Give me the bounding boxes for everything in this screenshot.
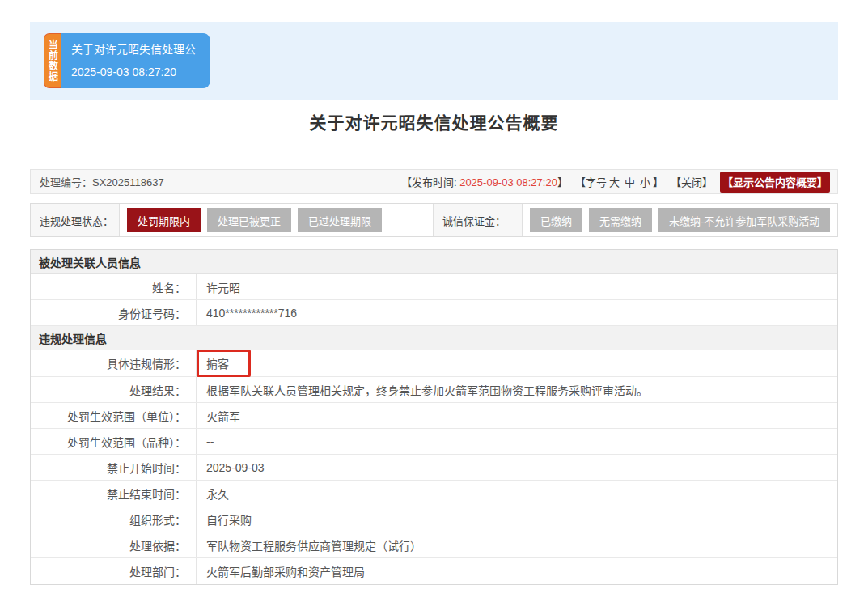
row-label-violation-type: 具体违规情形：: [31, 350, 197, 376]
close-button[interactable]: 【关闭】: [671, 174, 713, 189]
deposit-buttons: 已缴纳 无需缴纳 未缴纳-不允许参加军队采购活动: [523, 204, 836, 236]
publish-time: 【发布时间: 2025-09-03 08:27:20】: [401, 174, 568, 189]
row-value-scope-category: --: [197, 429, 837, 454]
notice-card-timestamp: 2025-09-03 08:27:20: [71, 65, 196, 79]
row-value-name: 许元昭: [197, 274, 837, 299]
processing-number: 处理编号：SX2025118637: [40, 174, 394, 189]
row-label-department: 处理部门：: [31, 558, 197, 584]
deposit-unpaid-button[interactable]: 未缴纳-不允许参加军队采购活动: [658, 208, 830, 232]
violation-status-buttons: 处罚期限内 处理已被更正 已过处理期限: [120, 204, 388, 236]
deposit-status-group: 诚信保证金： 已缴纳 无需缴纳 未缴纳-不允许参加军队采购活动: [433, 204, 837, 236]
table-row-department: 处理部门： 火箭军后勤部采购和资产管理局: [31, 558, 837, 584]
row-label-scope-unit: 处罚生效范围（单位）：: [31, 403, 197, 428]
deposit-not-required-button[interactable]: 无需缴纳: [589, 208, 652, 232]
font-size-label: 【字号: [575, 176, 607, 189]
row-value-ban-start: 2025-09-03: [197, 455, 837, 480]
row-label-id-number: 身份证号码：: [31, 300, 197, 325]
row-label-basis: 处理依据：: [31, 532, 197, 557]
font-size-small-button[interactable]: 小: [640, 176, 650, 189]
row-label-ban-start: 禁止开始时间：: [31, 455, 197, 480]
table-row-ban-end: 禁止结束时间： 永久: [31, 481, 837, 506]
section-header-violation: 违规处理信息: [31, 326, 837, 350]
section-header-person: 被处理关联人员信息: [31, 250, 837, 274]
row-value-id-number: 410************716: [197, 300, 837, 325]
violation-status-group: 违规处理状态： 处罚期限内 处理已被更正 已过处理期限: [31, 204, 433, 236]
row-label-name: 姓名：: [31, 274, 197, 299]
table-row-ban-start: 禁止开始时间： 2025-09-03: [31, 455, 837, 481]
row-label-organization-form: 组织形式：: [31, 506, 197, 532]
deposit-label: 诚信保证金：: [434, 204, 523, 236]
table-row-organization-form: 组织形式： 自行采购: [31, 506, 837, 532]
table-row-violation-type: 具体违规情形： 掮客: [31, 350, 837, 377]
row-value-department: 火箭军后勤部采购和资产管理局: [197, 558, 837, 584]
info-bar: 处理编号：SX2025118637 【发布时间: 2025-09-03 08:2…: [30, 169, 838, 194]
publish-time-label: 【发布时间:: [401, 176, 457, 189]
row-value-result: 根据军队关联人员管理相关规定，终身禁止参加火箭军范围物资工程服务采购评审活动。: [197, 377, 837, 402]
row-value-organization-form: 自行采购: [197, 506, 837, 532]
status-expired-button[interactable]: 已过处理期限: [298, 208, 382, 232]
row-value-basis: 军队物资工程服务供应商管理规定（试行）: [197, 532, 837, 557]
violation-status-label: 违规处理状态：: [31, 204, 120, 236]
table-row-name: 姓名： 许元昭: [31, 274, 837, 300]
processing-number-value: SX2025118637: [92, 176, 164, 189]
publish-time-value: 2025-09-03 08:27:20: [459, 176, 557, 189]
current-data-card[interactable]: 当前数据 关于对许元昭失信处理公 2025-09-03 08:27:20: [44, 33, 210, 88]
font-size-bracket: 】: [653, 176, 663, 189]
publish-time-bracket: 】: [557, 176, 568, 189]
row-label-scope-category: 处罚生效范围（品种）：: [31, 429, 197, 454]
table-row-scope-unit: 处罚生效范围（单位）： 火箭军: [31, 403, 837, 429]
processing-number-label: 处理编号：: [40, 176, 92, 189]
font-size-large-button[interactable]: 大: [609, 176, 620, 189]
notice-card-title: 关于对许元昭失信处理公: [71, 42, 196, 57]
table-row-id-number: 身份证号码： 410************716: [31, 300, 837, 326]
table-row-scope-category: 处罚生效范围（品种）： --: [31, 429, 837, 455]
deposit-paid-button[interactable]: 已缴纳: [530, 208, 582, 232]
table-row-result: 处理结果： 根据军队关联人员管理相关规定，终身禁止参加火箭军范围物资工程服务采购…: [31, 377, 837, 403]
font-size-control: 【字号大中小】: [575, 174, 663, 189]
table-row-basis: 处理依据： 军队物资工程服务供应商管理规定（试行）: [31, 532, 837, 558]
header-band: 当前数据 关于对许元昭失信处理公 2025-09-03 08:27:20: [30, 22, 838, 100]
status-corrected-button[interactable]: 处理已被更正: [207, 208, 291, 232]
current-data-tab: 当前数据: [44, 33, 61, 88]
status-within-penalty-button[interactable]: 处罚期限内: [127, 208, 201, 232]
row-label-result: 处理结果：: [31, 377, 197, 402]
row-value-scope-unit: 火箭军: [197, 403, 837, 428]
page-title: 关于对许元昭失信处理公告概要: [0, 111, 868, 135]
notice-card-body: 关于对许元昭失信处理公 2025-09-03 08:27:20: [61, 33, 210, 88]
font-size-medium-button[interactable]: 中: [625, 176, 635, 189]
row-value-ban-end: 永久: [197, 481, 837, 506]
highlighted-violation-value: 掮客: [197, 350, 251, 377]
info-bar-actions: 【发布时间: 2025-09-03 08:27:20】 【字号大中小】 【关闭】…: [394, 172, 830, 193]
detail-table: 被处理关联人员信息 姓名： 许元昭 身份证号码： 410************…: [30, 249, 838, 585]
row-value-violation-type: 掮客: [197, 350, 837, 376]
show-summary-button[interactable]: 【显示公告内容概要】: [720, 172, 830, 193]
status-bar: 违规处理状态： 处罚期限内 处理已被更正 已过处理期限 诚信保证金： 已缴纳 无…: [30, 203, 838, 237]
row-label-ban-end: 禁止结束时间：: [31, 481, 197, 506]
